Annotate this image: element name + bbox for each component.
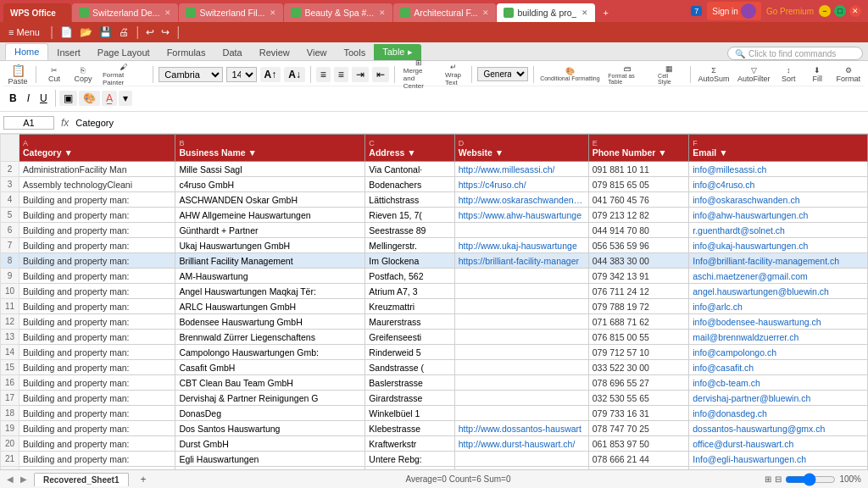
cell-website[interactable]: http://www.durst-hauswart.ch/ (454, 436, 588, 452)
cell-category[interactable]: AdministrationFacility Man (19, 162, 175, 177)
cell-category[interactable]: Building and property man: (19, 238, 175, 253)
cell-email[interactable]: aschi.maetzener@gmail.com (689, 269, 868, 284)
tab-architectural[interactable]: Architectural F... ✕ (393, 3, 496, 22)
cell-business-name[interactable]: Mille Sassi Sagl (175, 162, 365, 177)
tab-view[interactable]: View (298, 45, 336, 60)
tab-home[interactable]: Home (5, 43, 48, 60)
cell-category[interactable]: Building and property man: (19, 345, 175, 360)
table-row[interactable]: 7Building and property man:Ukaj Hauswart… (1, 238, 868, 253)
cell-email[interactable]: angel.hauswartungen@bluewin.ch (689, 284, 868, 299)
cell-address[interactable]: Lättichstrass (365, 192, 454, 208)
font-color-button[interactable]: A̲ (102, 91, 117, 106)
cell-business-name[interactable]: CBT Clean Bau Team GmbH (175, 375, 365, 391)
cell-address[interactable]: Kraftwerkstr (365, 436, 454, 452)
cell-phone[interactable]: 076 711 24 12 (588, 284, 689, 299)
cell-address[interactable]: Maurerstrass (365, 314, 454, 330)
cell-reference-input[interactable] (3, 116, 54, 130)
cell-email[interactable]: dervishaj-partner@bluewin.ch (689, 391, 868, 406)
tab-switzerland-fil[interactable]: Switzerland Fil... ✕ (179, 3, 283, 22)
cell-category[interactable]: Building and property man: (19, 360, 175, 375)
col-header-F[interactable]: F Email ▼ (689, 135, 868, 162)
cell-website[interactable]: https://brilliant-facility-manager (454, 253, 588, 269)
ribbon-search[interactable]: 🔍 Click to find commands (727, 47, 863, 60)
cell-category[interactable]: Building and property man: (19, 391, 175, 406)
toolbar-icon-open[interactable]: 📂 (80, 26, 92, 38)
table-row[interactable]: 21Building and property man:Egli Hauswar… (1, 452, 868, 467)
indent-decrease-button[interactable]: ⇤ (372, 67, 389, 82)
autofilter-button[interactable]: ▽ AutoFilter (735, 64, 772, 85)
cell-website[interactable] (454, 223, 588, 238)
tab-tools[interactable]: Tools (335, 45, 374, 60)
cell-category[interactable]: Building and property man: (19, 299, 175, 314)
tab-close-2[interactable]: ✕ (270, 8, 276, 17)
cell-category[interactable]: Building and property man: (19, 269, 175, 284)
cell-phone[interactable]: 071 688 71 62 (588, 314, 689, 330)
col-header-E[interactable]: E Phone Number ▼ (588, 135, 689, 162)
cell-phone[interactable]: 079 712 57 10 (588, 345, 689, 360)
cell-address[interactable]: Sandstrasse ( (365, 360, 454, 375)
cell-email[interactable]: dossantos-hauswartung@gmx.ch (689, 421, 868, 436)
table-row[interactable]: 14Building and property man:Campolongo H… (1, 345, 868, 360)
cell-address[interactable]: Klebestrasse (365, 421, 454, 436)
copy-button[interactable]: ⎘ Copy (70, 64, 96, 85)
sort-button[interactable]: ↕ Sort (776, 64, 801, 85)
cell-website[interactable] (454, 406, 588, 421)
conditional-formatting-button[interactable]: 🎨 Conditional Formatting (538, 65, 601, 83)
tab-close-1[interactable]: ✕ (164, 8, 171, 17)
table-row[interactable]: 19Building and property man:Dos Santos H… (1, 421, 868, 436)
indent-increase-button[interactable]: ⇥ (352, 67, 369, 82)
cell-website[interactable] (454, 284, 588, 299)
increase-font-button[interactable]: A↑ (260, 67, 281, 82)
cell-phone[interactable]: 061 853 97 50 (588, 436, 689, 452)
cell-website[interactable] (454, 330, 588, 345)
bold-button[interactable]: B (5, 92, 21, 105)
tab-close-3[interactable]: ✕ (379, 8, 386, 17)
format-button[interactable]: ⚙ Format (833, 64, 863, 85)
cell-phone[interactable]: 044 383 30 00 (588, 253, 689, 269)
data-area[interactable]: A Category ▼ B Business Name ▼ C Address… (0, 134, 868, 469)
cell-business-name[interactable]: Egli Hauswartungen (175, 452, 365, 467)
close-button[interactable]: ✕ (849, 5, 861, 17)
cell-email[interactable]: info@campolongo.ch (689, 345, 868, 360)
toolbar-icon-redo[interactable]: ↪ (161, 26, 170, 38)
cell-email[interactable]: info@cb-team.ch (689, 375, 868, 391)
cell-category[interactable]: Building and property man: (19, 284, 175, 299)
cell-email[interactable]: info@millesassi.ch (689, 162, 868, 177)
cell-email[interactable]: mail@brennwaldzuerrer.ch (689, 330, 868, 345)
cell-category[interactable]: Building and property man: (19, 375, 175, 391)
cell-email[interactable]: info@c4ruso.ch (689, 177, 868, 192)
cell-address[interactable]: Atrium A7, 3 (365, 284, 454, 299)
align-center-button[interactable]: ≡ (334, 67, 348, 82)
autosum-button[interactable]: Σ AutoSum (696, 64, 732, 85)
cell-address[interactable]: Seestrasse 89 (365, 223, 454, 238)
cell-business-name[interactable]: AM-Hauswartung (175, 269, 365, 284)
maximize-button[interactable]: □ (834, 5, 846, 17)
cell-phone[interactable]: 079 788 19 72 (588, 299, 689, 314)
cell-category[interactable]: Building and property man: (19, 253, 175, 269)
cell-phone[interactable]: 044 914 70 80 (588, 223, 689, 238)
view-icon-page[interactable]: ⊟ (775, 474, 782, 484)
table-row[interactable]: 4Building and property man:ASCHWANDEN Os… (1, 192, 868, 208)
nav-prev-button[interactable]: ◀ (7, 474, 14, 484)
table-row[interactable]: 15Building and property man:Casafit GmbH… (1, 360, 868, 375)
tab-close-5[interactable]: ✕ (581, 8, 588, 17)
cell-address[interactable]: Rinderweid 5 (365, 345, 454, 360)
table-row[interactable]: 13Building and property man:Brennwald Zü… (1, 330, 868, 345)
cell-business-name[interactable]: Bodensee Hauswartung GmbH (175, 314, 365, 330)
premium-button[interactable]: Go Premium (766, 7, 814, 16)
cell-address[interactable]: Winkelbüel 1 (365, 406, 454, 421)
cell-address[interactable]: Rieven 15, 7( (365, 208, 454, 223)
col-header-C[interactable]: C Address ▼ (365, 135, 454, 162)
font-size-selector[interactable]: 14 (226, 67, 257, 82)
tab-insert[interactable]: Insert (48, 45, 89, 60)
cell-website[interactable] (454, 452, 588, 467)
highlight-button[interactable]: ▾ (119, 91, 132, 106)
cell-website[interactable] (454, 345, 588, 360)
cell-business-name[interactable]: Brennwald Zürrer Liegenschaftens (175, 330, 365, 345)
cell-phone[interactable]: 078 696 55 27 (588, 375, 689, 391)
toolbar-icon-print[interactable]: 🖨 (119, 26, 129, 38)
menu-hamburger[interactable]: ≡ Menu (5, 27, 43, 37)
cell-business-name[interactable]: ARLC Hauswartungen GmbH (175, 299, 365, 314)
cell-style-button[interactable]: ▦ Cell Style (654, 63, 685, 86)
decrease-font-button[interactable]: A↓ (284, 67, 305, 82)
